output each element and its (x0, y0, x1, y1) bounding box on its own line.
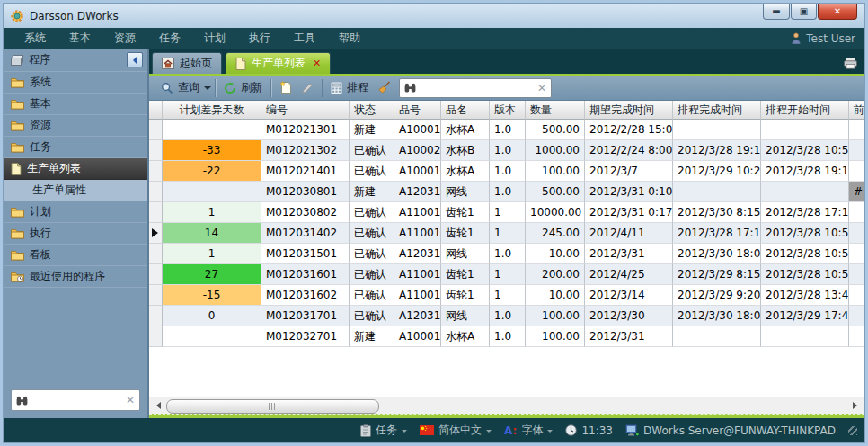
cell-start[interactable]: 2012/3/28 13:40 (761, 285, 849, 306)
cell-item[interactable]: A12031 (394, 244, 441, 264)
cell-end[interactable]: 2012/3/30 8:15 (673, 202, 761, 223)
cell-item[interactable]: A10002 (394, 140, 441, 161)
sidebar-item-plan[interactable]: 计划 (4, 201, 147, 223)
cell-status[interactable]: 已确认 (350, 244, 394, 264)
cell-name[interactable]: 水杯B (441, 140, 490, 161)
cell-diff[interactable] (163, 182, 261, 202)
cell-status[interactable]: 已确认 (350, 264, 394, 285)
cell-code[interactable]: M012030801 (261, 182, 350, 202)
cell-ver[interactable]: 1 (490, 264, 526, 285)
cell-end[interactable]: 2012/3/29 10:20 (673, 161, 761, 182)
cell-item[interactable]: A12031 (394, 182, 441, 202)
cell-item[interactable]: A11001 (394, 285, 441, 306)
printer-icon[interactable] (844, 58, 857, 69)
font-selector[interactable]: A: 字体 (500, 423, 556, 438)
sidebar-item-execute[interactable]: 执行 (4, 223, 147, 245)
refresh-button[interactable]: 刷新 (219, 78, 267, 97)
cell-end[interactable]: 2012/3/28 19:10 (673, 140, 761, 161)
minimize-button[interactable]: ▬ (763, 4, 790, 20)
cell-due[interactable]: 2012/3/31 (585, 244, 673, 264)
title-bar[interactable]: Darsson DWorks ▬ ▣ ✕ (4, 4, 864, 28)
cell-ver[interactable]: 1.0 (490, 306, 526, 326)
cell-start[interactable]: 2012/3/28 10:52 (761, 140, 849, 161)
menu-item[interactable]: 计划 (192, 31, 237, 46)
column-header[interactable]: 计划差异天数 (163, 101, 261, 120)
column-header[interactable]: 排程完成时间 (673, 101, 761, 120)
cell-status[interactable]: 新建 (350, 182, 394, 202)
sidebar-item-kanban[interactable]: 看板 (4, 245, 147, 266)
tab-close-icon[interactable]: ✕ (313, 58, 321, 68)
sidebar-item-production-order-props[interactable]: 生产单属性 (4, 180, 147, 201)
cell-due[interactable]: 2012/2/28 15:00 (585, 120, 673, 140)
cell-diff[interactable]: 27 (163, 264, 261, 285)
toolbar-search-input[interactable] (420, 81, 534, 95)
cell-item[interactable]: A12031 (394, 306, 441, 326)
sidebar-clear-search-icon[interactable]: ✕ (126, 395, 135, 406)
menu-item[interactable]: 帮助 (327, 31, 372, 46)
toolbar-clear-search-icon[interactable]: ✕ (537, 83, 546, 94)
row-selector[interactable] (149, 244, 163, 264)
cell-item[interactable]: A11001 (394, 264, 441, 285)
cell-start[interactable]: 2012/3/28 10:52 (761, 244, 849, 264)
cell-start[interactable]: 2012/3/28 10:52 (761, 264, 849, 285)
cell-start[interactable]: 2012/3/28 10:52 (761, 223, 849, 244)
sidebar-collapse-button[interactable] (127, 52, 143, 67)
cell-start[interactable] (761, 326, 849, 347)
column-header[interactable]: 排程开始时间 (761, 101, 849, 120)
cell-code[interactable]: M012031602 (261, 285, 350, 306)
cell-ver[interactable]: 1.0 (490, 244, 526, 264)
cell-name[interactable]: 齿轮1 (441, 264, 490, 285)
cell-due[interactable]: 2012/4/25 (585, 264, 673, 285)
menu-item[interactable]: 资源 (102, 31, 147, 46)
cell-extra[interactable]: # (849, 182, 864, 202)
cell-extra[interactable] (849, 244, 864, 264)
tab-start-page[interactable]: 起始页 (152, 52, 222, 74)
sidebar-item-basic[interactable]: 基本 (4, 94, 147, 115)
cell-diff[interactable] (163, 326, 261, 347)
cell-code[interactable]: M012032701 (261, 326, 350, 347)
cell-status[interactable]: 已确认 (350, 306, 394, 326)
cell-qty[interactable]: 500.00 (526, 120, 585, 140)
sidebar-item-task[interactable]: 任务 (4, 137, 147, 158)
row-selector[interactable] (149, 140, 163, 161)
sidebar-item-production-order-list[interactable]: 生产单列表 (4, 158, 147, 180)
row-selector[interactable] (149, 202, 163, 223)
cell-diff[interactable]: 14 (163, 223, 261, 244)
cell-extra[interactable] (849, 264, 864, 285)
cell-status[interactable]: 新建 (350, 326, 394, 347)
cell-code[interactable]: M012031701 (261, 306, 350, 326)
cell-due[interactable]: 2012/3/14 (585, 285, 673, 306)
cell-extra[interactable] (849, 161, 864, 182)
row-selector[interactable] (149, 182, 163, 202)
cell-end[interactable] (673, 182, 761, 202)
cell-item[interactable]: A11001 (394, 223, 441, 244)
cell-ver[interactable]: 1 (490, 285, 526, 306)
cell-diff[interactable] (163, 120, 261, 140)
tab-production-order-list[interactable]: 生产单列表 ✕ (226, 52, 331, 74)
cell-code[interactable]: M012030802 (261, 202, 350, 223)
sidebar-item-resource[interactable]: 资源 (4, 115, 147, 137)
current-row-indicator[interactable] (149, 223, 163, 244)
cell-qty[interactable]: 100.00 (526, 161, 585, 182)
cell-end[interactable] (673, 120, 761, 140)
cell-name[interactable]: 网线 (441, 244, 490, 264)
cell-ver[interactable]: 1.0 (490, 326, 526, 347)
cell-name[interactable]: 网线 (441, 306, 490, 326)
row-selector[interactable] (149, 161, 163, 182)
broom-icon[interactable] (373, 79, 395, 96)
cell-diff[interactable]: 1 (163, 244, 261, 264)
cell-name[interactable]: 齿轮1 (441, 202, 490, 223)
cell-qty[interactable]: 10000.00 (526, 202, 585, 223)
row-selector[interactable] (149, 306, 163, 326)
cell-diff[interactable]: -33 (163, 140, 261, 161)
language-selector[interactable]: 简体中文 (416, 423, 495, 438)
cell-due[interactable]: 2012/3/31 0:10 (585, 182, 673, 202)
cell-extra[interactable] (849, 306, 864, 326)
scrollbar-track[interactable] (164, 398, 849, 414)
cell-status[interactable]: 已确认 (350, 223, 394, 244)
cell-code[interactable]: M012021302 (261, 140, 350, 161)
cell-qty[interactable]: 100.00 (526, 326, 585, 347)
column-header[interactable]: 状态 (350, 101, 394, 120)
column-header[interactable]: 品号 (394, 101, 441, 120)
scroll-left-button[interactable] (149, 398, 164, 414)
